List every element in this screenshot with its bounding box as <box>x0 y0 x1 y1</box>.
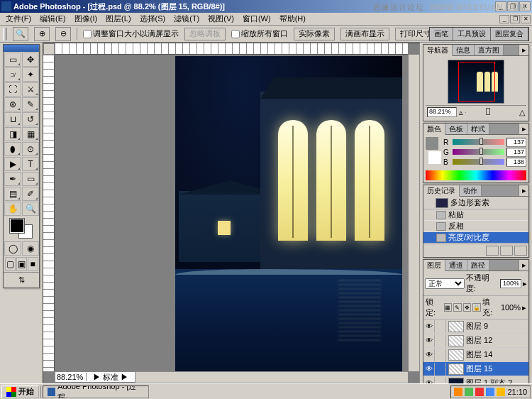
tray-icon[interactable] <box>497 388 505 396</box>
stamp-tool[interactable]: ⊔ <box>4 112 21 126</box>
tray-icon[interactable] <box>465 388 473 396</box>
lock-transparency-icon[interactable]: ▦ <box>444 303 452 312</box>
shape-tool[interactable]: ▭ <box>22 172 39 186</box>
b-slider[interactable] <box>453 159 504 165</box>
history-snapshot[interactable]: 多边形套索 <box>423 197 528 209</box>
g-value[interactable]: 137 <box>506 148 526 157</box>
eraser-tool[interactable]: ◨ <box>4 127 21 141</box>
well-layer-comps[interactable]: 图层复合 <box>491 28 528 40</box>
vertical-scrollbar[interactable] <box>408 55 419 371</box>
ruler-origin[interactable] <box>43 43 55 55</box>
path-select-tool[interactable]: ▶ <box>4 157 21 171</box>
horizontal-scrollbar[interactable] <box>135 371 408 383</box>
notes-tool[interactable]: ▤ <box>4 187 21 201</box>
panel-menu-icon[interactable]: ▸ <box>519 260 528 270</box>
navigator-view-box[interactable] <box>458 62 495 102</box>
history-step[interactable]: 反相 <box>423 221 528 232</box>
zoom-in-large-icon[interactable]: △ <box>519 108 525 117</box>
eye-icon[interactable]: 👁 <box>423 320 435 333</box>
minimize-button[interactable]: _ <box>495 1 506 11</box>
history-brush-tool[interactable]: ↺ <box>22 112 39 126</box>
marquee-tool[interactable]: ▭ <box>4 53 21 67</box>
tray-icon[interactable] <box>475 388 484 396</box>
color-ramp[interactable] <box>426 170 526 180</box>
doc-close-button[interactable]: ✕ <box>521 15 531 23</box>
well-brushes[interactable]: 画笔 <box>430 28 453 40</box>
tab-histogram[interactable]: 直方图 <box>475 45 504 55</box>
options-grip[interactable] <box>3 28 7 40</box>
doc-restore-button[interactable]: ❐ <box>510 15 520 23</box>
new-snapshot-icon[interactable] <box>500 246 513 256</box>
tab-styles[interactable]: 样式 <box>467 124 489 134</box>
doc-minimize-button[interactable]: _ <box>499 15 509 23</box>
tab-channels[interactable]: 通道 <box>445 260 467 270</box>
magic-wand-tool[interactable]: ✦ <box>22 67 39 82</box>
lasso-tool[interactable]: ⟉ <box>4 67 21 82</box>
menu-layer[interactable]: 图层(L) <box>101 13 135 25</box>
lock-all-icon[interactable]: 🔒 <box>472 303 481 312</box>
system-tray[interactable]: 21:10 <box>450 386 531 398</box>
lock-position-icon[interactable]: ✥ <box>463 303 471 312</box>
fill-field[interactable]: 100% <box>501 303 521 312</box>
screen-full-icon[interactable]: ■ <box>28 257 38 271</box>
resize-window-checkbox[interactable]: 调整窗口大小以满屏显示 <box>83 28 179 39</box>
lock-pixels-icon[interactable]: ✎ <box>453 303 461 312</box>
opacity-field[interactable]: 100% <box>500 279 521 288</box>
zoom-out-small-icon[interactable]: ▵ <box>459 108 463 117</box>
start-button[interactable]: 开始 <box>1 386 39 398</box>
healing-tool[interactable]: ⊛ <box>4 97 21 111</box>
slice-tool[interactable]: ⚔ <box>22 82 39 97</box>
well-tool-presets[interactable]: 工具预设 <box>453 28 491 40</box>
screen-standard-icon[interactable]: ▢ <box>5 257 16 271</box>
eye-icon[interactable]: 👁 <box>423 363 435 376</box>
menu-help[interactable]: 帮助(H) <box>275 13 310 25</box>
jump-to-imageready[interactable]: ⇅ <box>4 272 39 288</box>
panel-menu-icon[interactable]: ▸ <box>519 185 528 196</box>
blur-tool[interactable]: ⬮ <box>4 142 21 156</box>
clock[interactable]: 21:10 <box>507 388 527 396</box>
menu-select[interactable]: 选择(S) <box>135 13 170 25</box>
eyedropper-tool[interactable]: ✐ <box>22 187 39 201</box>
maximize-button[interactable]: ❐ <box>507 1 519 11</box>
navigator-thumbnail[interactable] <box>448 60 504 104</box>
tab-history[interactable]: 历史记录 <box>423 185 460 197</box>
layer-row[interactable]: 👁图层 12 <box>423 334 528 348</box>
color-swatches[interactable] <box>10 219 33 239</box>
gradient-tool[interactable]: ▦ <box>22 127 39 141</box>
tray-icon[interactable] <box>454 388 462 396</box>
menu-view[interactable]: 视图(V) <box>204 13 238 25</box>
delete-state-icon[interactable] <box>514 246 527 256</box>
eye-icon[interactable]: 👁 <box>423 334 435 347</box>
close-button[interactable]: ✕ <box>519 1 531 11</box>
crop-tool[interactable]: ⛶ <box>4 82 21 97</box>
zoom-all-checkbox[interactable]: 缩放所有窗口 <box>231 28 288 39</box>
standard-mode-icon[interactable]: ◯ <box>4 241 21 256</box>
zoom-in-icon[interactable]: ⊕ <box>34 27 50 41</box>
tab-color[interactable]: 颜色 <box>423 124 445 135</box>
type-tool[interactable]: T <box>22 157 39 171</box>
tab-actions[interactable]: 动作 <box>460 185 482 196</box>
dodge-tool[interactable]: ⊙ <box>22 142 39 156</box>
status-label[interactable]: ▶ 标准 ▶ <box>87 372 135 383</box>
menu-edit[interactable]: 编辑(E) <box>35 13 70 25</box>
canvas[interactable] <box>55 55 408 371</box>
navigator-zoom-slider[interactable] <box>465 109 517 115</box>
move-tool[interactable]: ✥ <box>22 53 39 67</box>
brush-tool[interactable]: ✎ <box>22 97 39 111</box>
eye-icon[interactable]: 👁 <box>423 349 435 361</box>
history-step[interactable]: 粘贴 <box>423 209 528 221</box>
zoom-tool[interactable]: 🔍 <box>22 202 39 216</box>
tray-icon[interactable] <box>486 388 494 396</box>
r-slider[interactable] <box>453 139 504 145</box>
panel-menu-icon[interactable]: ▸ <box>519 124 528 134</box>
taskbar-app-button[interactable]: Adobe Photoshop - [过程... <box>43 386 149 398</box>
hand-tool[interactable]: ✋ <box>4 202 21 216</box>
layer-row[interactable]: 👁图层 9 <box>423 319 528 334</box>
tab-info[interactable]: 信息 <box>453 45 475 55</box>
r-value[interactable]: 137 <box>506 138 526 147</box>
foreground-color[interactable] <box>10 219 24 233</box>
new-doc-from-state-icon[interactable] <box>486 246 499 256</box>
menu-file[interactable]: 文件(F) <box>1 13 35 25</box>
vertical-ruler[interactable] <box>43 55 55 371</box>
blend-mode-select[interactable]: 正常 <box>425 278 465 289</box>
